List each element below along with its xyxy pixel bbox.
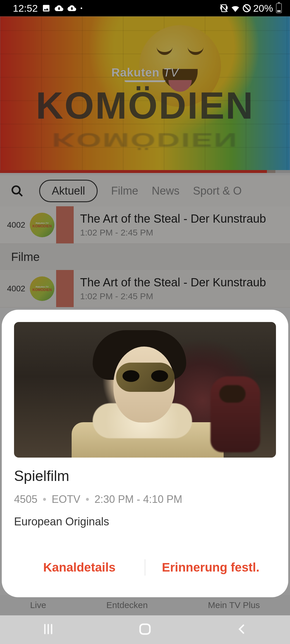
program-detail-sheet: Spielfilm 4505 • EOTV • 2:30 PM - 4:10 P… — [2, 310, 288, 597]
sheet-title: Spielfilm — [14, 468, 276, 484]
vibrate-icon — [219, 4, 229, 13]
sheet-subtitle: 4505 • EOTV • 2:30 PM - 4:10 PM — [14, 493, 276, 505]
home-button[interactable] — [138, 622, 152, 638]
recents-button[interactable] — [42, 622, 55, 637]
program-thumbnail[interactable] — [14, 322, 276, 458]
wifi-icon — [230, 3, 240, 13]
battery-icon — [276, 3, 282, 13]
status-bar: 12:52 • 20% — [0, 0, 290, 16]
battery-percent: 20% — [253, 3, 273, 14]
set-reminder-button[interactable]: Erinnerung festl. — [145, 555, 276, 580]
back-button[interactable] — [235, 622, 248, 637]
sheet-description: European Originals — [14, 515, 276, 528]
system-nav-bar — [0, 615, 290, 644]
status-time: 12:52 — [13, 3, 38, 14]
channel-details-button[interactable]: Kanaldetails — [14, 555, 145, 580]
do-not-disturb-icon — [242, 4, 251, 13]
sheet-channel-number: 4505 — [14, 493, 37, 505]
image-icon — [42, 4, 51, 13]
cloud-download-icon — [68, 4, 76, 13]
cloud-download-icon — [55, 4, 63, 13]
more-icon: • — [80, 5, 82, 12]
sheet-time: 2:30 PM - 4:10 PM — [94, 493, 182, 505]
svg-rect-2 — [140, 624, 150, 634]
sheet-channel-name: EOTV — [52, 493, 80, 505]
